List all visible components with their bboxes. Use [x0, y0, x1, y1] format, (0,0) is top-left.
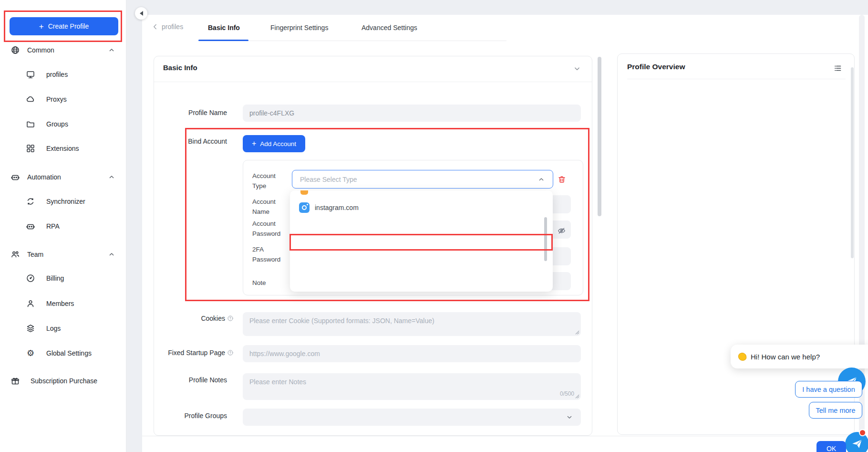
chevron-up-icon[interactable] [108, 251, 115, 258]
account-type-dropdown: instagram.com [290, 190, 553, 292]
sidebar-label: Subscription Purchase [31, 377, 97, 385]
add-account-button[interactable]: + Add Account [243, 135, 305, 152]
profile-groups-select[interactable] [243, 409, 581, 426]
back-chevron-icon [152, 23, 159, 31]
breadcrumb-back[interactable]: profiles [152, 23, 183, 31]
dropdown-scrollbar[interactable] [544, 217, 547, 261]
option-label: instagram.com [315, 204, 359, 211]
sidebar-collapse-button[interactable] [135, 7, 147, 20]
twofa-password-label: 2FA Password [252, 244, 288, 264]
card-collapse-chevron-icon[interactable] [573, 64, 581, 73]
chat-greeting-text: Hi! How can we help? [751, 353, 820, 361]
chat-more-button[interactable]: Tell me more [809, 402, 862, 419]
card-title: Basic Info [163, 63, 197, 72]
tab-advanced-settings[interactable]: Advanced Settings [362, 24, 417, 32]
cookies-label: Cookies [201, 315, 225, 322]
sidebar-item-synchronizer[interactable]: Synchronizer [0, 196, 126, 207]
profile-groups-label: Profile Groups [154, 412, 227, 420]
robot-icon [26, 221, 35, 231]
plus-icon: + [39, 22, 44, 31]
tab-basic-info[interactable]: Basic Info [208, 24, 240, 32]
tab-fingerprint-settings[interactable]: Fingerprint Settings [270, 24, 328, 32]
globe-icon [10, 45, 20, 55]
footer-bar [142, 436, 868, 452]
resize-handle-icon[interactable] [574, 329, 579, 335]
notification-badge [859, 429, 866, 436]
profile-notes-label: Profile Notes [154, 376, 227, 384]
sync-icon [26, 197, 35, 206]
sidebar-item-groups[interactable]: Groups [0, 118, 126, 130]
help-icon[interactable] [227, 349, 234, 356]
sidebar-section-common[interactable]: Common [0, 44, 126, 56]
help-icon[interactable] [227, 315, 234, 322]
bind-account-label: Bind Account [154, 137, 227, 145]
profile-name-input[interactable]: profile-c4FLXG [243, 105, 581, 122]
instagram-icon [299, 202, 310, 213]
active-tab-underline [198, 40, 248, 41]
layers-icon [26, 324, 35, 333]
sidebar-item-extensions[interactable]: Extensions [0, 143, 126, 154]
overview-title: Profile Overview [627, 63, 685, 71]
overview-header-divider [627, 79, 846, 79]
sidebar-item-proxys[interactable]: Proxys [0, 94, 126, 105]
card-header-divider [154, 82, 592, 82]
account-name-label: Account Name [252, 197, 288, 217]
sidebar-item-members[interactable]: Members [0, 298, 126, 309]
basic-info-card: Basic Info Profile Name profile-c4FLXG B… [154, 56, 592, 436]
delete-account-button[interactable] [557, 175, 567, 184]
chevron-up-icon[interactable] [108, 46, 115, 54]
profile-notes-textarea[interactable]: Please enter Notes 0/500 [243, 373, 581, 400]
overview-scrollbar[interactable] [851, 67, 854, 258]
account-type-placeholder: Please Select Type [300, 176, 357, 183]
cookies-textarea[interactable]: Please enter Cookie (Supported formats: … [243, 312, 581, 336]
resize-handle-icon[interactable] [574, 393, 579, 399]
sidebar-label: Automation [27, 173, 61, 181]
dropdown-option-instagram-com[interactable]: instagram.com [290, 199, 553, 216]
paper-plane-icon [851, 438, 863, 450]
clipped-option-icon [300, 190, 308, 195]
profile-overview-card: Profile Overview [617, 53, 855, 435]
account-type-select[interactable]: Please Select Type [292, 170, 553, 189]
ok-button[interactable]: OK [816, 441, 846, 452]
sidebar-section-subscription-purchase[interactable]: Subscription Purchase [0, 375, 126, 387]
team-icon [10, 250, 20, 259]
gauge-icon [26, 273, 35, 283]
overview-list-icon[interactable] [833, 63, 843, 73]
account-password-label: Account Password [252, 219, 288, 239]
fixed-startup-label: Fixed Startup Page [168, 349, 225, 357]
sidebar-section-team[interactable]: Team [0, 249, 126, 260]
breadcrumb-label: profiles [162, 23, 183, 31]
eye-off-icon[interactable] [557, 226, 566, 235]
sidebar-label: RPA [46, 222, 60, 230]
chat-question-button[interactable]: I have a question [795, 381, 862, 398]
sidebar-item-profiles[interactable]: profiles [0, 69, 126, 80]
chat-greeting-bubble[interactable]: Hi! How can we help? [731, 345, 868, 368]
sidebar-item-rpa[interactable]: RPA [0, 221, 126, 232]
wave-emoji [737, 352, 747, 362]
sidebar-item-logs[interactable]: Logs [0, 323, 126, 334]
create-profile-label: Create Profile [48, 22, 89, 30]
chevron-down-icon [566, 413, 573, 421]
form-scrollbar[interactable] [598, 57, 601, 216]
sidebar-label: Members [46, 300, 74, 307]
sidebar-section-automation[interactable]: Automation [0, 171, 126, 183]
character-counter: 0/500 [560, 390, 574, 397]
gift-icon [10, 376, 20, 386]
note-label: Note [252, 278, 288, 288]
sidebar-item-global-settings[interactable]: ⚙Global Settings [0, 347, 126, 359]
fixed-startup-input[interactable]: https://www.google.com [243, 345, 581, 362]
sidebar-label: Team [27, 251, 43, 258]
sidebar-label: Synchronizer [46, 198, 85, 205]
sidebar-label: Global Settings [46, 349, 92, 357]
cookies-placeholder: Please enter Cookie (Supported formats: … [249, 317, 434, 325]
create-profile-button[interactable]: + Create Profile [10, 17, 118, 35]
chevron-up-icon [537, 176, 545, 183]
sidebar-label: Extensions [46, 145, 79, 152]
chevron-up-icon[interactable] [108, 173, 115, 181]
account-type-label: Account Type [252, 171, 288, 191]
sidebar-label: Proxys [46, 95, 67, 103]
folder-icon [26, 119, 35, 129]
sidebar-item-billing[interactable]: Billing [0, 273, 126, 284]
sidebar: + Create Profile CommonprofilesProxysGro… [0, 0, 126, 452]
person-icon [26, 299, 35, 308]
